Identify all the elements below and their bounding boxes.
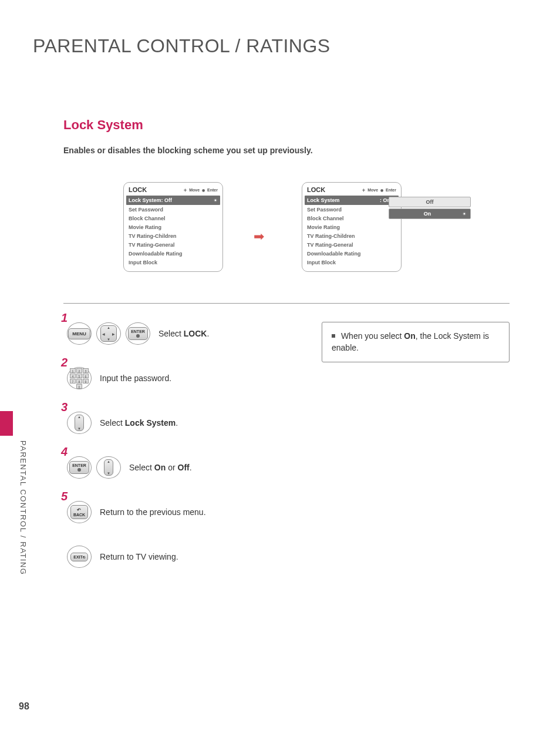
section-description: Enables or disables the blocking scheme … bbox=[63, 146, 313, 155]
enter-button: ENTER bbox=[128, 327, 148, 340]
osd-title: LOCK bbox=[129, 186, 147, 193]
osd-title: LOCK bbox=[307, 186, 325, 193]
divider bbox=[63, 303, 510, 304]
dpad-vertical-button: ▲▼ bbox=[104, 459, 113, 476]
step-number: 4 bbox=[61, 445, 68, 459]
remote-button-wrap: ▲▼◀▶ bbox=[96, 322, 121, 345]
osd-item: TV Rating-Children bbox=[124, 231, 222, 240]
osd-item: Downloadable Rating bbox=[124, 249, 222, 258]
osd-lock-system-row: Lock System : Off bbox=[126, 196, 220, 205]
back-button: ↶ BACK bbox=[70, 505, 88, 519]
remote-button-wrap: 123 456 789 0 bbox=[67, 367, 92, 389]
step-4: 4 ENTER ▲▼ Select On or Off. bbox=[67, 453, 313, 482]
step-number: 3 bbox=[61, 401, 68, 414]
step-number: 1 bbox=[61, 311, 68, 325]
note-box: When you select On, the Lock System is e… bbox=[322, 322, 510, 362]
number-keypad-icon: 123 456 789 0 bbox=[70, 368, 89, 389]
remote-button-wrap: EXIT⎋ bbox=[67, 546, 92, 568]
sidebar-tab bbox=[0, 411, 13, 436]
section-title: Lock System bbox=[63, 117, 143, 133]
steps-list: 1 MENU ▲▼◀▶ ENTER Select LOCK. 2 123 456… bbox=[67, 319, 313, 587]
dpad-button: ▲▼◀▶ bbox=[100, 325, 117, 342]
dpad-vertical-button: ▲▼ bbox=[75, 415, 84, 431]
osd-item: TV Rating-General bbox=[302, 240, 401, 249]
osd-item: Set Password bbox=[124, 205, 222, 214]
osd-item: Block Channel bbox=[302, 214, 401, 223]
menu-button: MENU bbox=[68, 328, 90, 339]
remote-button-wrap: ▲▼ bbox=[67, 412, 92, 434]
step-text: Select Lock System. bbox=[100, 418, 178, 428]
osd-hints: ✛Move ◉Enter bbox=[184, 188, 218, 192]
step-text: Input the password. bbox=[100, 374, 171, 383]
page-number: 98 bbox=[19, 701, 29, 712]
remote-button-wrap: ▲▼ bbox=[96, 456, 121, 479]
remote-button-wrap: ENTER bbox=[126, 322, 150, 345]
popup-option-off: Off bbox=[389, 197, 471, 207]
step-text: Return to TV viewing. bbox=[100, 552, 178, 561]
osd-item: TV Rating-Children bbox=[302, 231, 401, 240]
osd-item: Movie Rating bbox=[302, 223, 401, 231]
radio-icon bbox=[213, 198, 218, 203]
radio-icon bbox=[462, 211, 467, 216]
step-3: 3 ▲▼ Select Lock System. bbox=[67, 409, 313, 437]
step-number: 2 bbox=[61, 356, 68, 369]
osd-lock-system-row: Lock System : On bbox=[305, 196, 399, 205]
osd-hints: ✛Move ◉Enter bbox=[362, 188, 396, 192]
osd-panel-off: LOCK ✛Move ◉Enter Lock System : Off Set … bbox=[123, 182, 223, 272]
step-1: 1 MENU ▲▼◀▶ ENTER Select LOCK. bbox=[67, 319, 313, 348]
osd-item: Downloadable Rating bbox=[302, 249, 401, 258]
step-text: Return to the previous menu. bbox=[100, 507, 206, 517]
remote-button-wrap: ↶ BACK bbox=[67, 501, 92, 523]
enter-button: ENTER bbox=[69, 461, 89, 474]
osd-item: Input Block bbox=[302, 258, 401, 267]
sidebar-label: PARENTAL CONTROL / RATING bbox=[19, 440, 28, 575]
step-number: 5 bbox=[61, 490, 68, 503]
osd-item: TV Rating-General bbox=[124, 240, 222, 249]
osd-panel-on: LOCK ✛Move ◉Enter Lock System : On Set P… bbox=[302, 182, 402, 272]
arrow-right-icon: ➡ bbox=[254, 229, 264, 244]
bullet-icon bbox=[332, 334, 335, 338]
remote-button-wrap: ENTER bbox=[67, 456, 92, 479]
exit-button: EXIT⎋ bbox=[70, 553, 88, 561]
osd-popup: Off On bbox=[389, 197, 471, 220]
osd-item: Input Block bbox=[124, 258, 222, 267]
page-title: PARENTAL CONTROL / RATINGS bbox=[33, 35, 330, 57]
remote-button-wrap: MENU bbox=[67, 322, 92, 345]
osd-item: Set Password bbox=[302, 205, 401, 214]
step-2: 2 123 456 789 0 Input the password. bbox=[67, 364, 313, 392]
osd-item: Block Channel bbox=[124, 214, 222, 223]
step-exit: EXIT⎋ Return to TV viewing. bbox=[67, 543, 313, 571]
step-text: Select LOCK. bbox=[158, 329, 209, 338]
osd-item: Movie Rating bbox=[124, 223, 222, 231]
popup-option-on: On bbox=[389, 208, 471, 219]
step-5: 5 ↶ BACK Return to the previous menu. bbox=[67, 498, 313, 526]
step-text: Select On or Off. bbox=[129, 463, 192, 472]
